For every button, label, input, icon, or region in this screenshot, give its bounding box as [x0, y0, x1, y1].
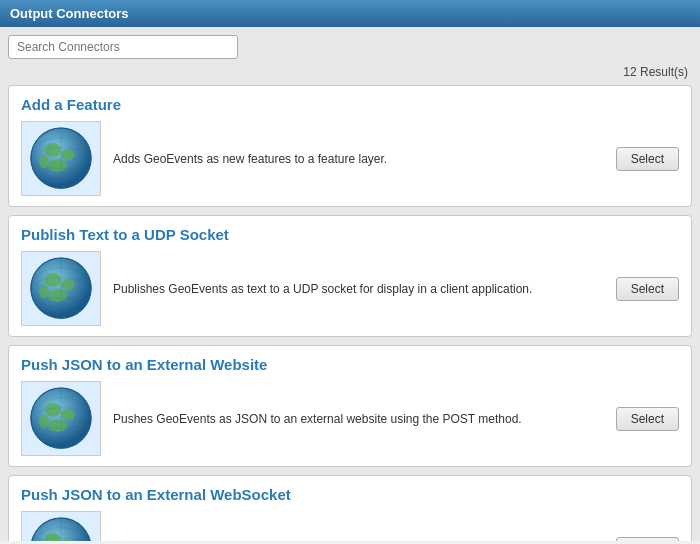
svg-point-11	[61, 279, 75, 290]
svg-point-3	[48, 160, 67, 172]
svg-point-1	[45, 143, 61, 157]
select-button-push-json-website[interactable]: Select	[616, 407, 679, 431]
svg-point-2	[61, 149, 75, 160]
connector-desc-push-json-website: Pushes GeoEvents as JSON to an external …	[113, 410, 604, 428]
connector-card-add-feature: Add a Feature	[8, 85, 692, 207]
select-button-push-json-websocket[interactable]: Select	[616, 537, 679, 542]
title-label: Output Connectors	[10, 6, 128, 21]
connector-title-push-json-websocket: Push JSON to an External WebSocket	[21, 486, 679, 503]
cards-container: Add a Feature	[8, 85, 692, 541]
svg-point-19	[45, 403, 61, 417]
svg-point-12	[48, 290, 67, 302]
connector-body-publish-udp: Publishes GeoEvents as text to a UDP soc…	[21, 251, 679, 326]
connector-card-push-json-website: Push JSON to an External Website	[8, 345, 692, 467]
svg-point-22	[39, 415, 49, 429]
search-input[interactable]	[8, 35, 238, 59]
main-container: 12 Result(s) Add a Feature	[0, 27, 700, 541]
results-count: 12 Result(s)	[8, 65, 692, 79]
svg-point-20	[61, 409, 75, 420]
search-bar	[8, 35, 692, 59]
connector-desc-push-json-websocket: Pushes GeoEvents as JSON to an external …	[113, 540, 604, 542]
connector-desc-add-feature: Adds GeoEvents as new features to a feat…	[113, 150, 604, 168]
connector-title-add-feature: Add a Feature	[21, 96, 679, 113]
svg-point-13	[39, 285, 49, 299]
connector-title-push-json-website: Push JSON to an External Website	[21, 356, 679, 373]
connector-desc-publish-udp: Publishes GeoEvents as text to a UDP soc…	[113, 280, 604, 298]
connector-icon-push-json-websocket	[21, 511, 101, 541]
connector-body-push-json-websocket: Pushes GeoEvents as JSON to an external …	[21, 511, 679, 541]
select-button-add-feature[interactable]: Select	[616, 147, 679, 171]
connector-title-publish-udp: Publish Text to a UDP Socket	[21, 226, 679, 243]
svg-point-10	[45, 273, 61, 287]
connector-body-add-feature: Adds GeoEvents as new features to a feat…	[21, 121, 679, 196]
connector-body-push-json-website: Pushes GeoEvents as JSON to an external …	[21, 381, 679, 456]
title-bar: Output Connectors	[0, 0, 700, 27]
select-button-publish-udp[interactable]: Select	[616, 277, 679, 301]
connector-icon-push-json-website	[21, 381, 101, 456]
svg-point-4	[39, 155, 49, 169]
connector-card-push-json-websocket: Push JSON to an External WebSocket	[8, 475, 692, 541]
connector-icon-add-feature	[21, 121, 101, 196]
connector-icon-publish-udp	[21, 251, 101, 326]
svg-point-21	[48, 420, 67, 432]
connector-card-publish-udp: Publish Text to a UDP Socket	[8, 215, 692, 337]
